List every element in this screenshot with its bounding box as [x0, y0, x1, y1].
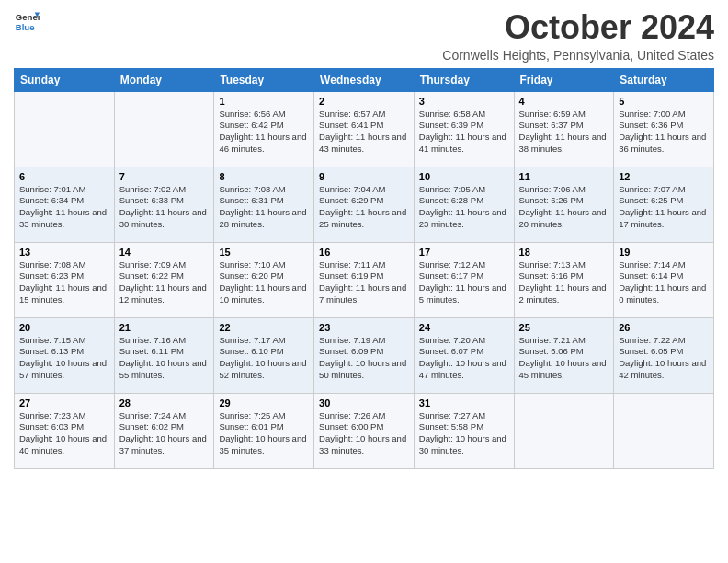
- table-cell: 22Sunrise: 7:17 AMSunset: 6:10 PMDayligh…: [214, 317, 314, 393]
- col-friday: Friday: [514, 68, 614, 91]
- day-detail: Sunrise: 7:04 AMSunset: 6:29 PMDaylight:…: [319, 184, 409, 231]
- day-number: 19: [619, 247, 709, 258]
- day-detail: Sunrise: 7:15 AMSunset: 6:13 PMDaylight:…: [19, 335, 109, 382]
- title-area: October 2024 Cornwells Heights, Pennsylv…: [442, 9, 714, 63]
- day-number: 23: [319, 322, 409, 333]
- day-detail: Sunrise: 7:10 AMSunset: 6:20 PMDaylight:…: [219, 259, 309, 306]
- day-number: 30: [319, 397, 409, 408]
- week-row-3: 13Sunrise: 7:08 AMSunset: 6:23 PMDayligh…: [15, 242, 714, 317]
- day-detail: Sunrise: 7:17 AMSunset: 6:10 PMDaylight:…: [219, 335, 309, 382]
- day-number: 4: [519, 96, 609, 107]
- day-detail: Sunrise: 7:26 AMSunset: 6:00 PMDaylight:…: [319, 410, 409, 457]
- day-detail: Sunrise: 7:11 AMSunset: 6:19 PMDaylight:…: [319, 259, 409, 306]
- week-row-5: 27Sunrise: 7:23 AMSunset: 6:03 PMDayligh…: [15, 393, 714, 468]
- logo-icon: General Blue: [14, 9, 40, 35]
- table-cell: 14Sunrise: 7:09 AMSunset: 6:22 PMDayligh…: [114, 242, 214, 317]
- day-number: 20: [19, 322, 109, 333]
- day-number: 31: [419, 397, 509, 408]
- day-number: 10: [419, 171, 509, 182]
- header-row: Sunday Monday Tuesday Wednesday Thursday…: [15, 68, 714, 91]
- location: Cornwells Heights, Pennsylvania, United …: [442, 48, 714, 63]
- day-detail: Sunrise: 7:07 AMSunset: 6:25 PMDaylight:…: [619, 184, 709, 231]
- table-cell: 6Sunrise: 7:01 AMSunset: 6:34 PMDaylight…: [15, 167, 115, 242]
- day-number: 3: [419, 96, 509, 107]
- day-detail: Sunrise: 6:59 AMSunset: 6:37 PMDaylight:…: [519, 109, 609, 155]
- table-cell: 27Sunrise: 7:23 AMSunset: 6:03 PMDayligh…: [15, 393, 115, 468]
- day-detail: Sunrise: 7:03 AMSunset: 6:31 PMDaylight:…: [219, 184, 309, 231]
- week-row-2: 6Sunrise: 7:01 AMSunset: 6:34 PMDaylight…: [15, 167, 714, 242]
- day-detail: Sunrise: 7:22 AMSunset: 6:05 PMDaylight:…: [619, 335, 709, 382]
- day-number: 26: [619, 322, 709, 333]
- table-cell: 17Sunrise: 7:12 AMSunset: 6:17 PMDayligh…: [414, 242, 514, 317]
- logo: General Blue General Blue: [14, 9, 40, 35]
- day-number: 16: [319, 247, 409, 258]
- day-number: 25: [519, 322, 609, 333]
- day-detail: Sunrise: 7:25 AMSunset: 6:01 PMDaylight:…: [219, 410, 309, 457]
- day-detail: Sunrise: 7:20 AMSunset: 6:07 PMDaylight:…: [419, 335, 509, 382]
- day-number: 29: [219, 397, 309, 408]
- day-detail: Sunrise: 7:09 AMSunset: 6:22 PMDaylight:…: [119, 259, 210, 306]
- day-number: 5: [619, 96, 709, 107]
- day-detail: Sunrise: 7:05 AMSunset: 6:28 PMDaylight:…: [419, 184, 509, 231]
- day-number: 1: [219, 96, 309, 107]
- col-sunday: Sunday: [15, 68, 115, 91]
- day-number: 15: [219, 247, 309, 258]
- table-cell: 30Sunrise: 7:26 AMSunset: 6:00 PMDayligh…: [314, 393, 415, 468]
- calendar-header: Sunday Monday Tuesday Wednesday Thursday…: [15, 68, 714, 91]
- day-detail: Sunrise: 7:23 AMSunset: 6:03 PMDaylight:…: [19, 410, 109, 457]
- page-header: General Blue General Blue October 2024 C…: [14, 9, 714, 63]
- table-cell: 19Sunrise: 7:14 AMSunset: 6:14 PMDayligh…: [614, 242, 714, 317]
- table-cell: 10Sunrise: 7:05 AMSunset: 6:28 PMDayligh…: [414, 167, 514, 242]
- day-number: 11: [519, 171, 609, 182]
- table-cell: 23Sunrise: 7:19 AMSunset: 6:09 PMDayligh…: [314, 317, 415, 393]
- table-cell: 31Sunrise: 7:27 AMSunset: 5:58 PMDayligh…: [414, 393, 514, 468]
- calendar-body: 1Sunrise: 6:56 AMSunset: 6:42 PMDaylight…: [15, 91, 714, 468]
- day-detail: Sunrise: 7:27 AMSunset: 5:58 PMDaylight:…: [419, 410, 509, 457]
- table-cell: 20Sunrise: 7:15 AMSunset: 6:13 PMDayligh…: [15, 317, 115, 393]
- day-number: 24: [419, 322, 509, 333]
- day-detail: Sunrise: 6:57 AMSunset: 6:41 PMDaylight:…: [319, 109, 409, 155]
- day-number: 22: [219, 322, 309, 333]
- col-wednesday: Wednesday: [314, 68, 415, 91]
- table-cell: [514, 393, 614, 468]
- table-cell: [614, 393, 714, 468]
- day-number: 27: [19, 397, 109, 408]
- calendar-table: Sunday Monday Tuesday Wednesday Thursday…: [14, 68, 714, 469]
- month-title: October 2024: [442, 9, 714, 46]
- day-detail: Sunrise: 7:19 AMSunset: 6:09 PMDaylight:…: [319, 335, 409, 382]
- day-number: 8: [219, 171, 309, 182]
- table-cell: 25Sunrise: 7:21 AMSunset: 6:06 PMDayligh…: [514, 317, 614, 393]
- table-cell: 9Sunrise: 7:04 AMSunset: 6:29 PMDaylight…: [314, 167, 415, 242]
- table-cell: 15Sunrise: 7:10 AMSunset: 6:20 PMDayligh…: [214, 242, 314, 317]
- week-row-1: 1Sunrise: 6:56 AMSunset: 6:42 PMDaylight…: [15, 91, 714, 167]
- day-number: 21: [119, 322, 210, 333]
- table-cell: [15, 91, 115, 167]
- table-cell: 3Sunrise: 6:58 AMSunset: 6:39 PMDaylight…: [414, 91, 514, 167]
- day-number: 2: [319, 96, 409, 107]
- day-detail: Sunrise: 7:08 AMSunset: 6:23 PMDaylight:…: [19, 259, 109, 306]
- day-number: 18: [519, 247, 609, 258]
- table-cell: 21Sunrise: 7:16 AMSunset: 6:11 PMDayligh…: [114, 317, 214, 393]
- col-monday: Monday: [114, 68, 214, 91]
- table-cell: [114, 91, 214, 167]
- table-cell: 28Sunrise: 7:24 AMSunset: 6:02 PMDayligh…: [114, 393, 214, 468]
- day-number: 7: [119, 171, 210, 182]
- table-cell: 12Sunrise: 7:07 AMSunset: 6:25 PMDayligh…: [614, 167, 714, 242]
- day-detail: Sunrise: 6:56 AMSunset: 6:42 PMDaylight:…: [219, 109, 309, 155]
- table-cell: 13Sunrise: 7:08 AMSunset: 6:23 PMDayligh…: [15, 242, 115, 317]
- day-detail: Sunrise: 7:21 AMSunset: 6:06 PMDaylight:…: [519, 335, 609, 382]
- table-cell: 26Sunrise: 7:22 AMSunset: 6:05 PMDayligh…: [614, 317, 714, 393]
- day-detail: Sunrise: 7:12 AMSunset: 6:17 PMDaylight:…: [419, 259, 509, 306]
- day-number: 28: [119, 397, 210, 408]
- table-cell: 18Sunrise: 7:13 AMSunset: 6:16 PMDayligh…: [514, 242, 614, 317]
- table-cell: 24Sunrise: 7:20 AMSunset: 6:07 PMDayligh…: [414, 317, 514, 393]
- table-cell: 16Sunrise: 7:11 AMSunset: 6:19 PMDayligh…: [314, 242, 415, 317]
- day-number: 17: [419, 247, 509, 258]
- day-detail: Sunrise: 6:58 AMSunset: 6:39 PMDaylight:…: [419, 109, 509, 155]
- day-number: 14: [119, 247, 210, 258]
- day-number: 13: [19, 247, 109, 258]
- week-row-4: 20Sunrise: 7:15 AMSunset: 6:13 PMDayligh…: [15, 317, 714, 393]
- col-thursday: Thursday: [414, 68, 514, 91]
- day-detail: Sunrise: 7:02 AMSunset: 6:33 PMDaylight:…: [119, 184, 210, 231]
- day-number: 12: [619, 171, 709, 182]
